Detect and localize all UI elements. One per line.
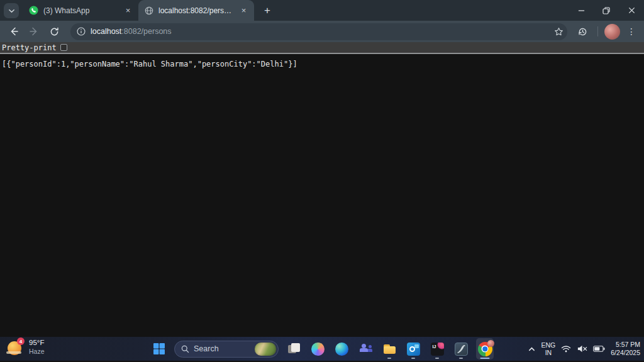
globe-icon — [145, 6, 153, 15]
intellij-monogram: IJ — [433, 344, 436, 349]
weather-widget[interactable]: 4 95°F Haze — [8, 339, 45, 356]
mysql-workbench-icon — [455, 343, 468, 356]
chrome-profile-badge — [487, 340, 494, 347]
forward-button[interactable] — [25, 23, 43, 40]
minimize-icon — [578, 7, 585, 14]
history-icon — [578, 27, 587, 36]
hidden-icons-button[interactable] — [528, 345, 536, 353]
tab-title: localhost:8082/persons — [158, 6, 233, 15]
search-icon — [181, 345, 189, 353]
pretty-print-label: Pretty-print — [2, 43, 57, 52]
new-tab-button[interactable]: + — [259, 3, 275, 19]
volume-button[interactable] — [577, 344, 587, 353]
pretty-print-checkbox[interactable] — [60, 44, 67, 51]
toolbar-divider — [597, 26, 598, 36]
chevron-down-icon — [8, 8, 15, 14]
mysql-workbench-button[interactable] — [452, 338, 470, 359]
intellij-icon: IJ — [431, 343, 444, 356]
battery-button[interactable] — [593, 345, 605, 353]
system-tray: ENG IN 5:57 PM 6/24/2025 — [528, 337, 640, 361]
url-host: localhost — [91, 27, 121, 36]
profile-avatar[interactable] — [604, 24, 620, 40]
tab-search-button[interactable] — [4, 3, 19, 18]
tab-localhost-active[interactable]: localhost:8082/persons × — [138, 0, 254, 21]
volume-muted-icon — [577, 344, 587, 353]
reload-icon — [50, 27, 59, 36]
window-controls — [569, 0, 644, 21]
windows-start-icon — [153, 343, 165, 355]
copilot-icon — [311, 343, 325, 356]
chrome-button[interactable] — [476, 338, 494, 359]
weather-condition: Haze — [29, 348, 45, 356]
windows-taskbar: 4 95°F Haze Search — [0, 337, 644, 361]
restore-icon — [602, 7, 610, 14]
browser-toolbar: localhost:8082/persons ⋮ — [0, 21, 644, 42]
back-icon — [9, 26, 19, 36]
url-path: :8082/persons — [121, 27, 171, 36]
json-response-text: [{"personId":1,"personName":"Rahul Sharm… — [2, 60, 644, 69]
browser-menu-button[interactable]: ⋮ — [624, 26, 639, 36]
chrome-icon — [478, 342, 492, 356]
weather-temperature: 95°F — [29, 339, 45, 348]
task-view-button[interactable] — [285, 338, 303, 359]
language-code: ENG — [541, 341, 556, 349]
reload-button[interactable] — [45, 23, 63, 40]
forward-icon — [29, 26, 39, 36]
site-info-icon[interactable] — [77, 27, 86, 36]
file-explorer-icon — [383, 343, 396, 356]
tab-close-icon[interactable]: × — [123, 5, 133, 16]
close-button[interactable] — [619, 0, 644, 21]
clock-widget[interactable]: 5:57 PM 6/24/2025 — [611, 341, 640, 357]
tray-time: 5:57 PM — [616, 341, 640, 349]
intellij-button[interactable]: IJ — [428, 338, 446, 359]
taskbar-center: Search — [150, 337, 494, 361]
battery-icon — [593, 345, 605, 353]
edge-icon — [335, 343, 348, 356]
address-bar[interactable]: localhost:8082/persons — [70, 23, 567, 40]
history-button[interactable] — [574, 23, 591, 40]
whatsapp-icon — [29, 6, 38, 15]
language-region: IN — [545, 349, 552, 356]
restore-button[interactable] — [594, 0, 619, 21]
toolbar-right: ⋮ — [574, 23, 639, 40]
search-highlight-image[interactable] — [255, 343, 276, 356]
start-button[interactable] — [150, 338, 168, 359]
edge-button[interactable] — [333, 338, 350, 359]
task-view-icon — [287, 343, 301, 356]
outlook-button[interactable] — [404, 338, 422, 359]
copilot-button[interactable] — [309, 338, 326, 359]
chevron-up-icon — [528, 345, 536, 353]
teams-button[interactable] — [357, 338, 374, 359]
teams-icon — [359, 343, 372, 356]
weather-haze-icon: 4 — [8, 339, 25, 356]
pretty-print-bar: Pretty-print — [0, 42, 644, 54]
wifi-button[interactable] — [561, 344, 571, 353]
weather-text: 95°F Haze — [29, 339, 45, 355]
language-indicator[interactable]: ENG IN — [541, 341, 556, 356]
back-button[interactable] — [5, 23, 23, 40]
bookmark-star-icon[interactable] — [554, 27, 564, 36]
close-icon — [628, 7, 635, 14]
page-content: [{"personId":1,"personName":"Rahul Sharm… — [0, 54, 644, 337]
search-placeholder: Search — [194, 344, 250, 353]
tray-date: 6/24/2025 — [611, 349, 640, 357]
url-text: localhost:8082/persons — [91, 27, 549, 36]
tab-strip: (3) WhatsApp × localhost:8082/persons × … — [0, 0, 644, 21]
outlook-icon — [407, 343, 420, 356]
tab-title: (3) WhatsApp — [43, 6, 118, 15]
file-explorer-button[interactable] — [380, 338, 398, 359]
tab-whatsapp[interactable]: (3) WhatsApp × — [23, 0, 138, 21]
tab-close-icon[interactable]: × — [238, 5, 249, 16]
wifi-icon — [561, 344, 571, 353]
minimize-button[interactable] — [569, 0, 594, 21]
taskbar-search-box[interactable]: Search — [174, 341, 279, 358]
notification-badge: 4 — [17, 337, 25, 345]
